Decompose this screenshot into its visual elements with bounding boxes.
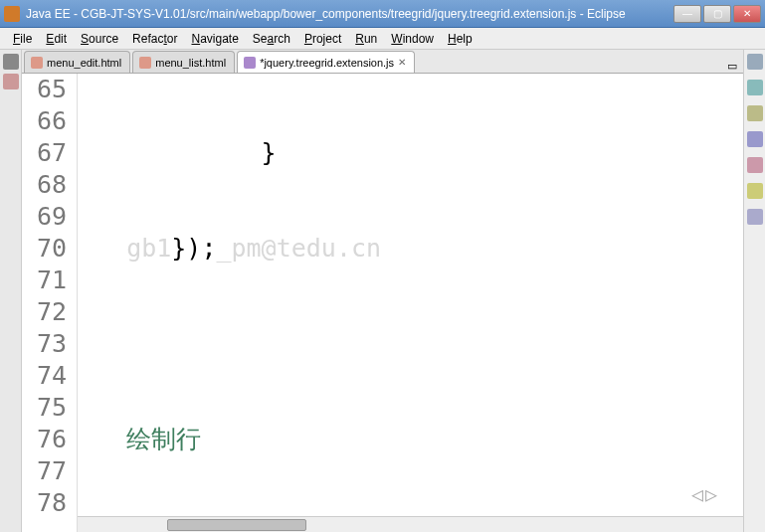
nav-right-icon[interactable]: ▷ [705,478,717,510]
menu-help[interactable]: Help [441,30,479,48]
line-number: 71 [22,265,67,296]
menubar: File Edit Source Refactor Navigate Searc… [0,28,765,50]
line-number: 65 [22,74,67,105]
line-number: 70 [22,233,67,265]
code-line: gb1});_pm@tedu.cn [82,233,743,265]
tab-menu-edit[interactable]: menu_edit.html [24,51,130,73]
editor-panel: menu_edit.html menu_list.html *jquery.tr… [22,50,743,532]
line-number: 67 [22,137,67,169]
window-controls: — ▢ ✕ [673,5,761,23]
window-title: Java EE - CGB-JT-SYS-V1.01/src/main/weba… [26,7,673,21]
menu-window[interactable]: Window [384,30,441,48]
menu-source[interactable]: Source [74,30,125,48]
code-editor[interactable]: 65 66 67 68 69 70 71 72 73 74 75 76 77 7… [22,74,743,532]
servers-icon[interactable] [747,131,763,147]
misc-icon[interactable] [747,209,763,225]
html-file-icon [139,57,151,69]
line-number: 73 [22,328,67,360]
line-number: 69 [22,201,67,233]
left-toolbar [0,50,22,532]
outline-icon[interactable] [747,80,763,95]
package-explorer-icon[interactable] [3,74,19,89]
line-number: 76 [22,424,67,455]
restore-view-icon[interactable] [747,54,763,70]
tab-label: menu_edit.html [47,57,121,69]
line-number-gutter: 65 66 67 68 69 70 71 72 73 74 75 76 77 7… [22,74,78,532]
line-number: 75 [22,392,67,424]
menu-navigate[interactable]: Navigate [184,30,245,48]
line-number: 78 [22,487,67,519]
line-number: 77 [22,455,67,487]
palette-icon[interactable] [747,157,763,173]
horizontal-scrollbar[interactable] [78,516,743,532]
code-line [82,328,743,360]
tasklist-icon[interactable] [747,105,763,121]
tab-label: *jquery.treegrid.extension.js [260,57,394,69]
menu-edit[interactable]: Edit [39,30,74,48]
tab-label: menu_list.html [155,57,226,69]
nav-arrows: ◁▷ [691,478,717,510]
titlebar: Java EE - CGB-JT-SYS-V1.01/src/main/weba… [0,0,765,28]
right-toolbar [743,50,765,532]
code-line: } [82,137,743,169]
close-button[interactable]: ✕ [733,5,761,23]
line-number: 72 [22,296,67,328]
js-file-icon [244,57,256,69]
editor-tabs: menu_edit.html menu_list.html *jquery.tr… [22,50,743,74]
menu-refactor[interactable]: Refactor [125,30,184,48]
nav-left-icon[interactable]: ◁ [691,478,703,510]
html-file-icon [31,57,43,69]
line-number: 74 [22,360,67,392]
code-body[interactable]: } gb1});_pm@tedu.cn 绘制行 rget.renderRow =… [78,74,743,532]
editor-maximize-icon[interactable]: ▭ [721,60,743,73]
maximize-button[interactable]: ▢ [703,5,731,23]
menu-run[interactable]: Run [348,30,384,48]
line-number: 68 [22,169,67,201]
ju-icon[interactable] [747,183,763,199]
content-area: menu_edit.html menu_list.html *jquery.tr… [0,50,765,532]
line-number: 66 [22,105,67,137]
scroll-thumb[interactable] [167,519,306,531]
tab-extension-js[interactable]: *jquery.treegrid.extension.js ✕ [237,51,415,73]
restore-icon[interactable] [3,54,19,70]
minimize-button[interactable]: — [673,5,701,23]
tab-menu-list[interactable]: menu_list.html [132,51,235,73]
code-line: 绘制行 [82,424,743,455]
tab-close-icon[interactable]: ✕ [398,57,406,68]
menu-file[interactable]: File [6,30,39,48]
menu-project[interactable]: Project [297,30,348,48]
eclipse-icon [4,6,20,22]
menu-search[interactable]: Search [246,30,297,48]
